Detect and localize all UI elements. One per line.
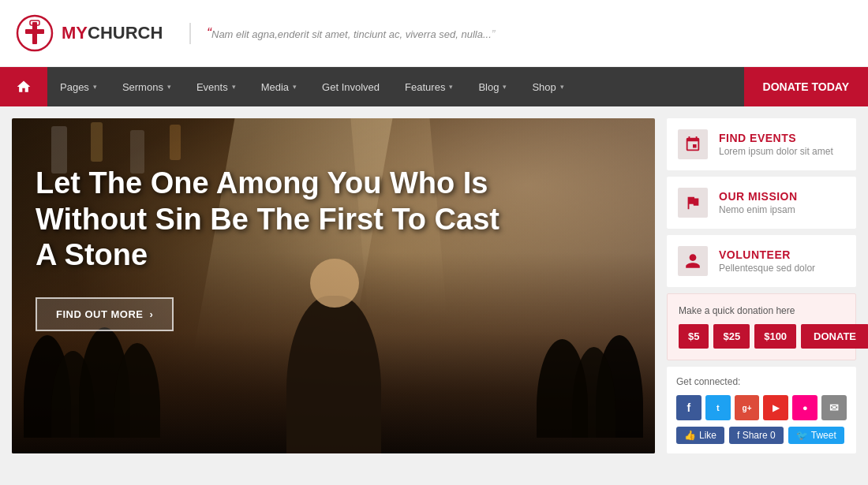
header-quote: Nam elit agna,enderit sit amet, tinciunt… xyxy=(189,23,495,44)
twitter-tweet-button[interactable]: 🐦 Tweet xyxy=(788,427,844,444)
sermons-arrow-icon: ▾ xyxy=(167,83,171,91)
events-arrow-icon: ▾ xyxy=(232,83,236,91)
find-events-subtitle: Lorem ipsum dolor sit amet xyxy=(719,146,833,157)
logo-text: MYCHURCH xyxy=(62,23,163,43)
hero-content: Let The One Among You Who Is Without Sin… xyxy=(12,118,655,355)
donation-amount-25[interactable]: $25 xyxy=(713,324,750,349)
nav-item-media[interactable]: Media ▾ xyxy=(249,67,309,106)
main-layout: Let The One Among You Who Is Without Sin… xyxy=(0,106,868,465)
sidebar-volunteer-card[interactable]: VOLUNTEER Pellentesque sed dolor xyxy=(667,235,856,287)
facebook-share-button[interactable]: f Share 0 xyxy=(729,427,784,444)
flag-icon xyxy=(684,194,702,211)
blog-arrow-icon: ▾ xyxy=(503,83,507,91)
thumbs-up-icon: 👍 xyxy=(684,430,696,441)
header: MYCHURCH Nam elit agna,enderit sit amet,… xyxy=(0,0,868,67)
donation-amounts: $5 $25 $100 DONATE xyxy=(679,324,844,349)
home-icon xyxy=(16,79,32,95)
sidebar-our-mission-card[interactable]: OUR MISSION Nemo enim ipsam xyxy=(667,177,856,229)
nav-item-pages[interactable]: Pages ▾ xyxy=(47,67,110,106)
features-arrow-icon: ▾ xyxy=(449,83,453,91)
svg-rect-2 xyxy=(25,29,44,34)
hero-btn-arrow-icon: › xyxy=(150,308,154,320)
navigation: Pages ▾ Sermons ▾ Events ▾ Media ▾ Get I… xyxy=(0,67,868,106)
sidebar: FIND EVENTS Lorem ipsum dolor sit amet O… xyxy=(667,118,856,453)
logo[interactable]: MYCHURCH xyxy=(16,14,174,52)
find-events-title: FIND EVENTS xyxy=(719,132,833,144)
nav-donate-button[interactable]: DONATE TODAY xyxy=(744,67,868,106)
sidebar-find-events-card[interactable]: FIND EVENTS Lorem ipsum dolor sit amet xyxy=(667,118,856,170)
volunteer-title: VOLUNTEER xyxy=(719,248,815,261)
volunteer-body: VOLUNTEER Pellentesque sed dolor xyxy=(719,248,815,274)
nav-item-sermons[interactable]: Sermons ▾ xyxy=(110,67,184,106)
nav-item-events[interactable]: Events ▾ xyxy=(184,67,249,106)
donation-label: Make a quick donation here xyxy=(679,305,844,316)
email-icon[interactable]: ✉ xyxy=(821,395,847,420)
volunteer-subtitle: Pellentesque sed dolor xyxy=(719,263,815,274)
person-icon xyxy=(684,252,702,270)
flickr-icon[interactable]: ● xyxy=(792,395,817,420)
tweet-bird-icon: 🐦 xyxy=(796,430,808,441)
twitter-icon[interactable]: t xyxy=(705,395,731,420)
our-mission-icon xyxy=(678,188,708,218)
find-events-icon xyxy=(678,129,708,159)
nav-item-get-involved[interactable]: Get Involved xyxy=(309,67,392,106)
find-events-body: FIND EVENTS Lorem ipsum dolor sit amet xyxy=(719,132,833,157)
social-label: Get connected: xyxy=(676,376,847,387)
donation-amount-100[interactable]: $100 xyxy=(754,324,796,349)
our-mission-title: OUR MISSION xyxy=(719,190,798,203)
youtube-icon[interactable]: ▶ xyxy=(763,395,788,420)
our-mission-body: OUR MISSION Nemo enim ipsam xyxy=(719,190,798,215)
donation-amount-5[interactable]: $5 xyxy=(679,324,709,349)
hero-title: Let The One Among You Who Is Without Sin… xyxy=(36,166,525,274)
nav-item-blog[interactable]: Blog ▾ xyxy=(466,67,519,106)
social-reactions: 👍 Like f Share 0 🐦 Tweet xyxy=(676,427,847,444)
church-cross-icon xyxy=(16,14,54,52)
facebook-icon[interactable]: f xyxy=(676,395,702,420)
nav-home-button[interactable] xyxy=(0,67,47,106)
our-mission-subtitle: Nemo enim ipsam xyxy=(719,204,798,215)
shop-arrow-icon: ▾ xyxy=(560,83,564,91)
social-icons: f t g+ ▶ ● ✉ xyxy=(676,395,847,420)
volunteer-icon xyxy=(678,246,708,276)
facebook-like-button[interactable]: 👍 Like xyxy=(676,427,724,444)
donation-donate-button[interactable]: DONATE xyxy=(801,324,868,349)
donation-box: Make a quick donation here $5 $25 $100 D… xyxy=(667,293,856,360)
find-out-more-button[interactable]: FIND OUT MORE › xyxy=(36,297,174,331)
calendar-icon xyxy=(684,136,702,153)
social-section: Get connected: f t g+ ▶ ● ✉ 👍 Like f Sha… xyxy=(667,367,856,453)
media-arrow-icon: ▾ xyxy=(293,83,297,91)
nav-item-shop[interactable]: Shop ▾ xyxy=(519,67,576,106)
hero-section: Let The One Among You Who Is Without Sin… xyxy=(12,118,655,453)
pages-arrow-icon: ▾ xyxy=(93,83,97,91)
google-plus-icon[interactable]: g+ xyxy=(735,395,760,420)
nav-item-features[interactable]: Features ▾ xyxy=(392,67,466,106)
